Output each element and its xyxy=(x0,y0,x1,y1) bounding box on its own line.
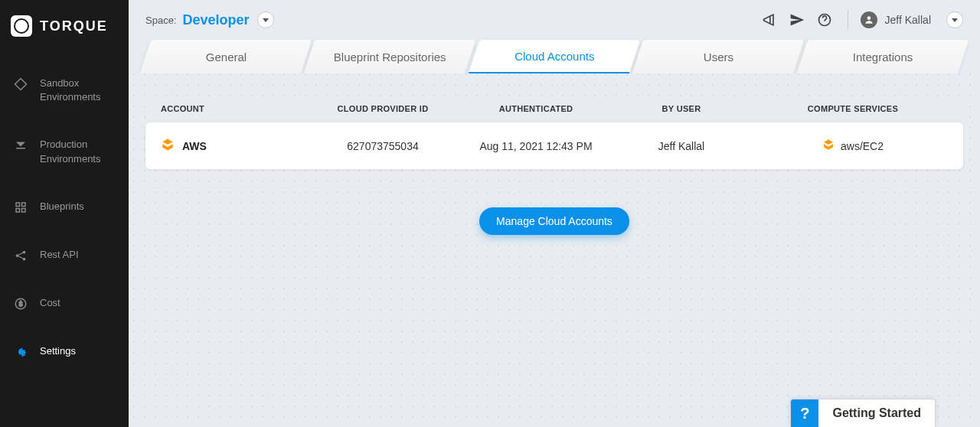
svg-point-3 xyxy=(23,257,26,260)
sidebar-item-label: Production Environments xyxy=(40,138,115,165)
manage-cloud-accounts-button[interactable]: Manage Cloud Accounts xyxy=(479,207,629,235)
aws-icon xyxy=(161,138,175,154)
divider xyxy=(848,10,848,30)
ec2-icon xyxy=(822,139,835,153)
svg-text:$: $ xyxy=(19,301,23,308)
table-header: ACCOUNT CLOUD PROVIDER ID AUTHENTICATED … xyxy=(145,96,963,122)
send-icon[interactable] xyxy=(786,9,808,31)
sidebar-item-blueprints[interactable]: Blueprints xyxy=(0,183,129,231)
logo[interactable]: TORQUE xyxy=(0,0,129,52)
getting-started-label: Getting Started xyxy=(818,406,935,420)
sidebar-item-cost[interactable]: $ Cost xyxy=(0,279,129,328)
space-label: Space: xyxy=(145,15,176,26)
col-user: BY USER xyxy=(612,104,750,113)
sidebar-item-label: Settings xyxy=(40,344,115,358)
question-icon: ? xyxy=(791,399,818,427)
sidebar-item-label: Cost xyxy=(40,296,115,310)
sidebar-item-restapi[interactable]: Rest API xyxy=(0,231,129,279)
space-name: Developer xyxy=(182,12,249,28)
sidebar-item-production[interactable]: Production Environments xyxy=(0,121,129,182)
chevron-down-icon xyxy=(263,18,269,22)
sidebar-item-label: Blueprints xyxy=(40,200,115,214)
diamond-icon xyxy=(14,77,28,91)
user-menu[interactable]: Jeff Kallal xyxy=(861,11,963,28)
provider-id: 627073755034 xyxy=(306,140,459,152)
avatar xyxy=(861,11,877,28)
tab-users[interactable]: Users xyxy=(632,40,805,73)
chevron-double-icon xyxy=(14,139,28,152)
sidebar-item-settings[interactable]: Settings xyxy=(0,328,129,376)
authenticated: Aug 11, 2021 12:43 PM xyxy=(459,140,612,152)
col-services: COMPUTE SERVICES xyxy=(750,104,956,113)
compute-service: aws/EC2 xyxy=(841,140,884,152)
grid-icon xyxy=(14,200,28,214)
sidebar-item-sandbox[interactable]: Sandbox Environments xyxy=(0,60,129,121)
user-dropdown[interactable] xyxy=(946,11,963,28)
space-switcher[interactable] xyxy=(257,11,274,28)
svg-point-1 xyxy=(16,254,19,257)
sidebar-item-label: Sandbox Environments xyxy=(40,77,115,104)
dollar-icon: $ xyxy=(14,297,28,311)
tab-cloud-accounts[interactable]: Cloud Accounts xyxy=(469,40,641,73)
tab-blueprint-repos[interactable]: Blueprint Repositories xyxy=(304,40,476,73)
sidebar-item-label: Rest API xyxy=(40,248,115,262)
tabs: General Blueprint Repositories Cloud Acc… xyxy=(129,40,980,73)
help-icon[interactable] xyxy=(814,9,835,31)
logo-icon xyxy=(11,15,32,37)
chevron-down-icon xyxy=(952,18,958,22)
sidebar: TORQUE Sandbox Environments Production E… xyxy=(0,0,129,427)
share-icon xyxy=(14,249,28,262)
cloud-accounts-table: ACCOUNT CLOUD PROVIDER ID AUTHENTICATED … xyxy=(145,96,963,169)
col-account: ACCOUNT xyxy=(153,104,306,113)
svg-rect-0 xyxy=(16,148,25,149)
account-name: AWS xyxy=(182,140,207,152)
user-name: Jeff Kallal xyxy=(885,14,931,26)
col-auth: AUTHENTICATED xyxy=(459,104,612,113)
by-user: Jeff Kallal xyxy=(612,140,750,152)
header: Space: Developer Jeff Kallal xyxy=(129,0,980,40)
table-row[interactable]: AWS 627073755034 Aug 11, 2021 12:43 PM J… xyxy=(145,122,963,169)
svg-point-7 xyxy=(867,16,871,20)
getting-started-panel[interactable]: ? Getting Started xyxy=(790,399,936,427)
gear-icon xyxy=(14,345,28,359)
svg-point-2 xyxy=(23,250,26,253)
announcement-icon[interactable] xyxy=(759,9,780,31)
tab-general[interactable]: General xyxy=(140,40,312,73)
col-provider: CLOUD PROVIDER ID xyxy=(306,104,459,113)
logo-text: TORQUE xyxy=(40,18,108,34)
tab-integrations[interactable]: Integrations xyxy=(796,40,969,73)
